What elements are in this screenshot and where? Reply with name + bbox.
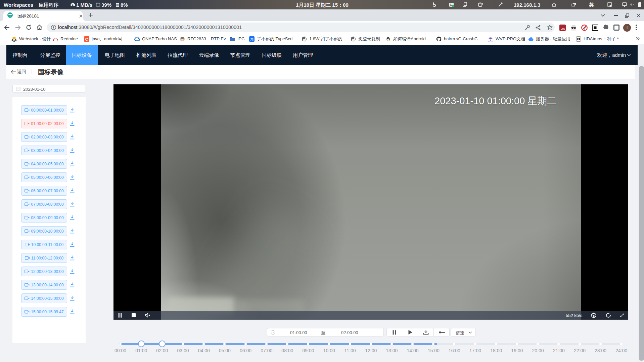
svg-text:C: C — [85, 37, 88, 41]
svg-text:JS: JS — [561, 27, 565, 31]
svg-text:知: 知 — [250, 37, 254, 41]
svg-text:WVP PRO: WVP PRO — [488, 40, 494, 42]
